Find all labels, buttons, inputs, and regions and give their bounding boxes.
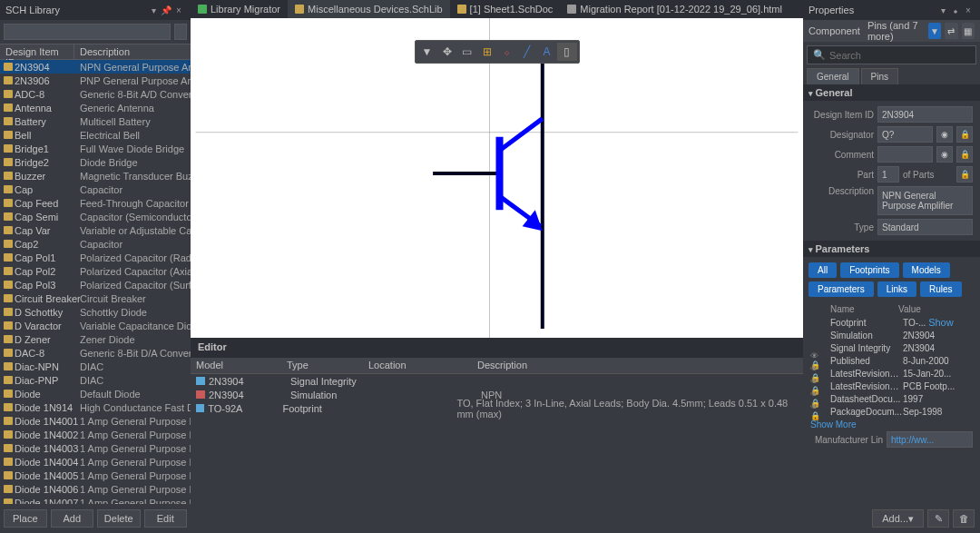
library-item[interactable]: ADC-8Generic 8-Bit A/D Converter	[0, 87, 191, 101]
add-button[interactable]: Add... ▾	[872, 509, 924, 528]
col-id[interactable]: Design Item ID	[0, 44, 74, 59]
visibility-icon[interactable]: ◉	[936, 146, 953, 163]
library-item[interactable]: 2N3904NPN General Purpose Amplifier	[0, 60, 191, 74]
library-item[interactable]: Diac-PNPDIAC	[0, 373, 191, 387]
section-parameters[interactable]: Parameters	[803, 241, 980, 257]
filter-icon[interactable]: ▼	[417, 43, 437, 61]
param-row[interactable]: 👁 🔒LatestRevisionD...15-Jan-20...	[803, 367, 980, 380]
library-item[interactable]: Diode 1N40041 Amp General Purpose Rectif…	[0, 455, 191, 469]
filter-pill[interactable]: Models	[903, 262, 950, 278]
param-row[interactable]: Simulation2N3904	[803, 329, 980, 341]
visibility-icon[interactable]: ◉	[936, 126, 953, 143]
close-icon[interactable]: ×	[962, 5, 975, 15]
library-item[interactable]: Diac-NPNDIAC	[0, 360, 191, 373]
pin-icon[interactable]: ⬥	[949, 5, 962, 15]
text-icon[interactable]: A	[537, 43, 557, 61]
place-button[interactable]: Place	[4, 509, 47, 528]
close-icon[interactable]: ×	[172, 5, 185, 15]
library-item[interactable]: BatteryMulticell Battery	[0, 114, 191, 128]
filter-pill[interactable]: Parameters	[808, 281, 874, 297]
library-item[interactable]: Cap VarVariable or Adjustable Capacito	[0, 223, 191, 237]
document-tab[interactable]: Library Migrator	[191, 0, 288, 18]
dropdown-icon[interactable]: ▾	[147, 5, 160, 15]
lock-icon[interactable]: 🔒	[956, 146, 973, 163]
line-icon[interactable]: ╱	[517, 43, 537, 61]
library-item[interactable]: DAC-8Generic 8-Bit D/A Converter	[0, 346, 191, 360]
param-row[interactable]: 👁 🔒DatasheetDocu...1997	[803, 392, 980, 405]
col-desc[interactable]: Description	[74, 44, 135, 59]
col-model[interactable]: Model	[191, 358, 281, 373]
swap-icon[interactable]: ⇄	[945, 23, 957, 39]
snap-icon[interactable]: ⬦	[497, 43, 517, 61]
filter-pill[interactable]: All	[808, 262, 837, 278]
param-row[interactable]: 👁 🔒Published8-Jun-2000	[803, 354, 980, 367]
library-item[interactable]: Diode 1N40051 Amp General Purpose Rectif…	[0, 469, 191, 482]
library-item[interactable]: DiodeDefault Diode	[0, 387, 191, 400]
library-item[interactable]: AntennaGeneric Antenna	[0, 101, 191, 114]
library-item[interactable]: Diode 1N40061 Amp General Purpose Rectif…	[0, 482, 191, 496]
rect-icon[interactable]: ▭	[457, 43, 477, 61]
library-item[interactable]: BuzzerMagnetic Transducer Buzzer	[0, 169, 191, 183]
library-item[interactable]: Cap Pol2Polarized Capacitor (Axial)	[0, 264, 191, 278]
grid-icon[interactable]: ⊞	[477, 43, 497, 61]
param-row[interactable]: 👁 🔒PackageDocum...Sep-1998	[803, 405, 980, 418]
lock-icon[interactable]: 🔒	[956, 166, 973, 183]
lock-icon[interactable]: 🔒	[956, 126, 973, 143]
library-item[interactable]: CapCapacitor	[0, 183, 191, 196]
library-item[interactable]: Diode 1N40071 Amp General Purpose Rectif…	[0, 496, 191, 504]
library-item[interactable]: D ZenerZener Diode	[0, 332, 191, 346]
filter-icon[interactable]: ▼	[928, 23, 941, 39]
document-tab[interactable]: Migration Report [01-12-2022 19_29_06].h…	[560, 0, 789, 18]
library-item[interactable]: Cap Pol1Polarized Capacitor (Radial)	[0, 251, 191, 264]
place-icon[interactable]: ▯	[557, 43, 577, 61]
add-button[interactable]: Add	[51, 509, 94, 528]
search-input[interactable]	[829, 50, 970, 61]
edit-button[interactable]: Edit	[144, 509, 188, 528]
col-description[interactable]: Description	[472, 358, 533, 373]
filter-pill[interactable]: Rules	[920, 281, 962, 297]
filter-input[interactable]	[4, 24, 171, 40]
library-item[interactable]: Diode 1N914High Conductance Fast Diode	[0, 400, 191, 414]
filter-button[interactable]	[174, 24, 187, 40]
grid-icon[interactable]: ▦	[962, 23, 975, 39]
library-item[interactable]: BellElectrical Bell	[0, 128, 191, 142]
library-item[interactable]: Circuit BreakerCircuit Breaker	[0, 291, 191, 305]
library-item[interactable]: D VaractorVariable Capacitance Diode	[0, 319, 191, 332]
library-item[interactable]: Cap Pol3Polarized Capacitor (Surface M	[0, 278, 191, 291]
param-row[interactable]: 👁 🔒LatestRevisionN...PCB Footp...	[803, 380, 980, 392]
library-item[interactable]: Cap2Capacitor	[0, 237, 191, 251]
library-item[interactable]: 2N3906PNP General Purpose Amplifier	[0, 74, 191, 87]
library-item[interactable]: Bridge1Full Wave Diode Bridge	[0, 142, 191, 155]
library-item[interactable]: Diode 1N40011 Amp General Purpose Rectif…	[0, 414, 191, 428]
library-item[interactable]: Bridge2Diode Bridge	[0, 155, 191, 169]
library-item[interactable]: D SchottkySchottky Diode	[0, 305, 191, 319]
move-icon[interactable]: ✥	[437, 43, 457, 61]
input-comment[interactable]	[877, 146, 933, 163]
input-part[interactable]: 1	[877, 166, 899, 183]
tab-general[interactable]: General	[807, 68, 859, 84]
document-tab[interactable]: [1] Sheet1.SchDoc	[450, 0, 561, 18]
input-design-item-id[interactable]: 2N3904	[877, 106, 973, 123]
delete-button[interactable]: Delete	[97, 509, 141, 528]
search-box[interactable]: 🔍	[807, 45, 976, 64]
param-row[interactable]: FootprintTO-... Show	[803, 316, 980, 329]
editor-row[interactable]: TO-92AFootprintTO, Flat Index; 3 In-Line…	[191, 401, 803, 415]
filter-pill[interactable]: Footprints	[840, 262, 898, 278]
pin-icon[interactable]: 📌	[160, 5, 172, 15]
select-type[interactable]: Standard	[877, 219, 973, 235]
edit-icon[interactable]: ✎	[927, 509, 949, 528]
document-tab[interactable]: Miscellaneous Devices.SchLib	[288, 0, 450, 18]
library-item[interactable]: Cap SemiCapacitor (Semiconductor SIM	[0, 210, 191, 223]
editor-row[interactable]: 2N3904Signal Integrity	[191, 374, 803, 388]
param-row[interactable]: Signal Integrity2N3904	[803, 341, 980, 354]
input-description[interactable]: NPN General Purpose Amplifier	[877, 186, 973, 215]
input-designator[interactable]: Q?	[877, 126, 933, 143]
library-item[interactable]: Diode 1N40021 Amp General Purpose Rectif…	[0, 428, 191, 441]
dropdown-icon[interactable]: ▾	[936, 5, 949, 15]
delete-icon[interactable]: 🗑	[953, 509, 975, 528]
link-manufacturer[interactable]: http://ww...	[887, 431, 973, 448]
col-type[interactable]: Type	[281, 358, 363, 373]
schematic-canvas[interactable]: ▼ ✥ ▭ ⊞ ⬦ ╱ A ▯	[191, 18, 803, 338]
filter-pill[interactable]: Links	[877, 281, 916, 297]
section-general[interactable]: General	[803, 84, 980, 101]
